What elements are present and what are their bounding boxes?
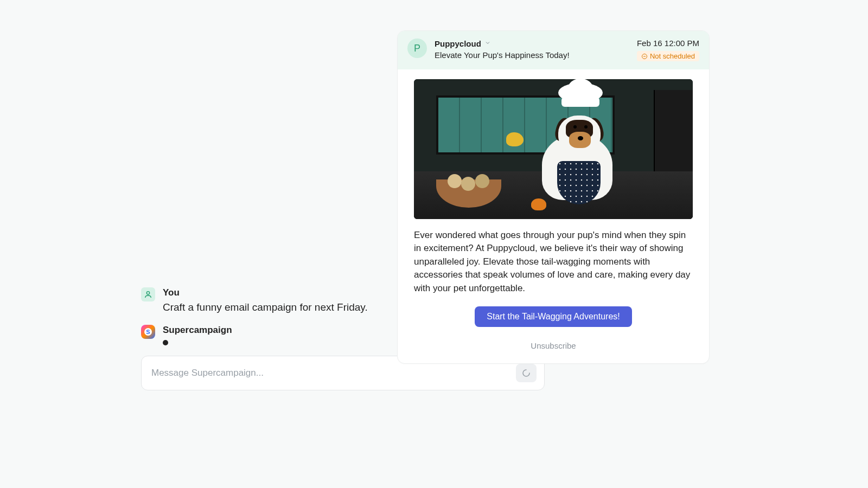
message-input[interactable]: [151, 368, 509, 378]
brand-selector[interactable]: Puppycloud: [435, 38, 629, 48]
unsubscribe-link[interactable]: Unsubscribe: [531, 341, 576, 350]
assistant-avatar-icon: S: [141, 325, 155, 339]
assistant-logo-icon: S: [144, 328, 152, 336]
email-preview-header: P Puppycloud Elevate Your Pup's Happines…: [398, 31, 709, 69]
person-icon: [144, 290, 152, 299]
email-body-copy: Ever wondered what goes through your pup…: [414, 229, 693, 296]
minus-circle-icon: [641, 53, 648, 60]
brand-avatar: P: [407, 38, 427, 58]
schedule-status-badge: Not scheduled: [637, 51, 699, 61]
loading-spinner-icon: [522, 369, 531, 377]
svg-point-0: [146, 292, 149, 294]
schedule-timestamp: Feb 16 12:00 PM: [637, 38, 699, 48]
email-cta-button[interactable]: Start the Tail-Wagging Adventures!: [475, 306, 631, 327]
typing-indicator-icon: [163, 340, 168, 345]
email-subject: Elevate Your Pup's Happiness Today!: [435, 50, 629, 60]
send-button[interactable]: [516, 364, 537, 382]
email-hero-image: [414, 79, 693, 219]
brand-name-label: Puppycloud: [435, 39, 481, 48]
schedule-status-text: Not scheduled: [650, 52, 695, 60]
user-avatar-icon: [141, 287, 155, 301]
email-preview-card: P Puppycloud Elevate Your Pup's Happines…: [397, 30, 710, 364]
chevron-down-icon: [484, 38, 491, 48]
